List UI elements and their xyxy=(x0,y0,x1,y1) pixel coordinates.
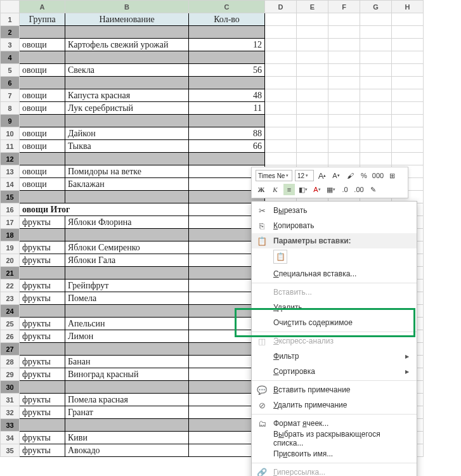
selected-blank-cell[interactable] xyxy=(65,229,189,241)
empty-cell[interactable] xyxy=(360,39,392,51)
cell-name[interactable]: Яблоки Флорина xyxy=(65,216,189,229)
empty-cell[interactable] xyxy=(265,77,297,89)
column-header-cell[interactable]: Группа xyxy=(20,13,65,26)
cell-qty[interactable]: 88 xyxy=(189,127,265,140)
cell-group[interactable]: фрукты xyxy=(20,406,65,419)
selected-blank-cell[interactable] xyxy=(20,77,65,89)
row-header[interactable]: 5 xyxy=(1,64,20,77)
cell-group[interactable]: овощи xyxy=(20,89,65,102)
align-icon[interactable]: ≡ xyxy=(283,184,295,195)
empty-cell[interactable] xyxy=(265,127,297,140)
col-G[interactable]: G xyxy=(360,1,392,13)
empty-cell[interactable] xyxy=(328,89,360,102)
cell-group[interactable]: фрукты xyxy=(20,368,65,381)
selected-blank-cell[interactable] xyxy=(189,26,265,39)
format-icon[interactable]: ✎ xyxy=(367,184,379,195)
row-header[interactable]: 32 xyxy=(1,406,20,419)
empty-cell[interactable] xyxy=(360,140,392,153)
empty-cell[interactable] xyxy=(265,115,297,127)
selected-blank-cell[interactable] xyxy=(65,77,189,89)
cell-name[interactable]: Баклажан xyxy=(65,178,189,191)
cell-name[interactable]: Яблоки Семиренко xyxy=(65,241,189,254)
font-color-icon[interactable]: A▾ xyxy=(311,184,323,195)
empty-cell[interactable] xyxy=(265,26,297,39)
row-header[interactable]: 17 xyxy=(1,216,20,229)
cell-group[interactable]: фрукты xyxy=(20,444,65,457)
percent-icon[interactable]: % xyxy=(358,170,370,181)
row-header[interactable]: 20 xyxy=(1,254,20,267)
col-B[interactable]: B xyxy=(65,1,189,13)
empty-cell[interactable] xyxy=(392,39,424,51)
cell-qty[interactable]: 12 xyxy=(189,39,265,51)
empty-cell[interactable] xyxy=(297,153,328,165)
menu-delete-comment[interactable]: ⊘ Удалить примечание xyxy=(252,397,417,413)
empty-cell[interactable] xyxy=(360,77,392,89)
row-header[interactable]: 35 xyxy=(1,444,20,457)
cell-group[interactable]: овощи xyxy=(20,127,65,140)
empty-cell[interactable] xyxy=(265,140,297,153)
increase-font-icon[interactable]: A▴ xyxy=(316,170,328,181)
fill-color-icon[interactable]: ◧▾ xyxy=(297,184,309,195)
selected-blank-cell[interactable] xyxy=(189,77,265,89)
empty-cell[interactable] xyxy=(328,51,360,64)
cell-name[interactable]: Помидоры на ветке xyxy=(65,165,189,178)
cell-group[interactable]: овощи xyxy=(20,39,65,51)
cell-group[interactable]: фрукты xyxy=(20,394,65,406)
col-F[interactable]: F xyxy=(328,1,360,13)
row-header[interactable]: 15 xyxy=(1,191,20,203)
cell-name[interactable]: Лук серебристый xyxy=(65,102,189,115)
selected-blank-cell[interactable] xyxy=(20,343,65,356)
row-header[interactable]: 34 xyxy=(1,432,20,444)
italic-button[interactable]: К xyxy=(269,184,281,195)
empty-cell[interactable] xyxy=(328,64,360,77)
row-header[interactable]: 13 xyxy=(1,165,20,178)
row-header[interactable]: 14 xyxy=(1,178,20,191)
cell-group[interactable]: фрукты xyxy=(20,432,65,444)
empty-cell[interactable] xyxy=(392,102,424,115)
empty-cell[interactable] xyxy=(328,115,360,127)
row-header[interactable]: 28 xyxy=(1,356,20,368)
selected-blank-cell[interactable] xyxy=(20,229,65,241)
empty-cell[interactable] xyxy=(392,127,424,140)
menu-pick-from-list[interactable]: Выбрать из раскрывающегося списка... xyxy=(252,431,417,446)
row-header[interactable]: 11 xyxy=(1,140,20,153)
empty-cell[interactable] xyxy=(392,153,424,165)
selected-blank-cell[interactable] xyxy=(65,419,189,432)
empty-cell[interactable] xyxy=(360,153,392,165)
empty-cell[interactable] xyxy=(392,51,424,64)
empty-cell[interactable] xyxy=(265,89,297,102)
font-size-selector[interactable]: 12▾ xyxy=(295,170,314,181)
empty-cell[interactable] xyxy=(360,102,392,115)
empty-cell[interactable] xyxy=(392,140,424,153)
selected-blank-cell[interactable] xyxy=(189,153,265,165)
row-header[interactable]: 30 xyxy=(1,381,20,394)
cell-name[interactable]: Капуста красная xyxy=(65,89,189,102)
cell-qty[interactable]: 66 xyxy=(189,140,265,153)
menu-delete[interactable]: Удалить... xyxy=(252,300,417,315)
column-header-cell[interactable]: Наименование xyxy=(65,13,189,26)
selected-blank-cell[interactable] xyxy=(20,26,65,39)
row-header[interactable]: 22 xyxy=(1,280,20,292)
selected-blank-cell[interactable] xyxy=(65,305,189,318)
decrease-font-icon[interactable]: A▾ xyxy=(330,170,342,181)
comma-style-icon[interactable]: 000 xyxy=(372,170,384,181)
menu-insert-comment[interactable]: 💬 Вставить примечание xyxy=(252,382,417,397)
cell-group[interactable]: фрукты xyxy=(20,241,65,254)
col-E[interactable]: E xyxy=(297,1,328,13)
cell-name[interactable]: Лимон xyxy=(65,330,189,343)
cell-name[interactable]: Банан xyxy=(65,356,189,368)
cell-group[interactable]: фрукты xyxy=(20,254,65,267)
row-header[interactable]: 9 xyxy=(1,115,20,127)
selected-blank-cell[interactable] xyxy=(20,191,65,203)
menu-clear-contents[interactable]: Очистить содержимое xyxy=(252,315,417,330)
empty-cell[interactable] xyxy=(297,115,328,127)
empty-cell[interactable] xyxy=(328,26,360,39)
empty-cell[interactable] xyxy=(265,64,297,77)
selected-blank-cell[interactable] xyxy=(65,343,189,356)
cell-group[interactable]: овощи xyxy=(20,64,65,77)
accounting-format-icon[interactable]: ⊞ xyxy=(386,170,398,181)
row-header[interactable]: 10 xyxy=(1,127,20,140)
row-header[interactable]: 33 xyxy=(1,419,20,432)
row-header[interactable]: 4 xyxy=(1,51,20,64)
selected-blank-cell[interactable] xyxy=(65,51,189,64)
